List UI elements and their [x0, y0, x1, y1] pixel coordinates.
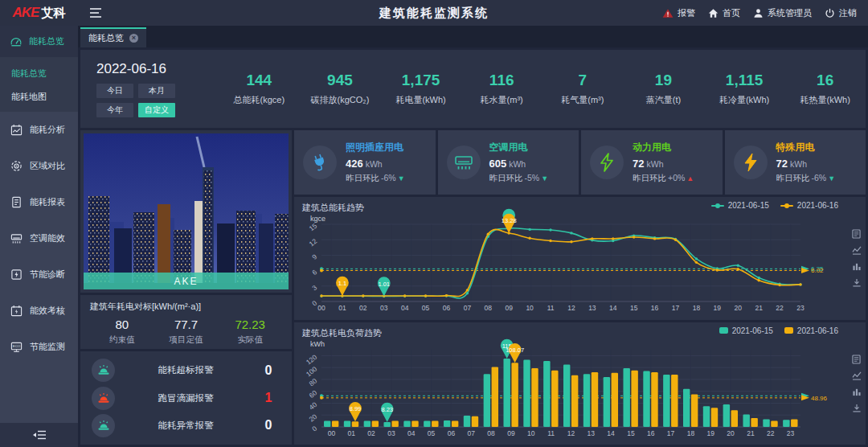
filter-button-year[interactable]: 今年 — [96, 103, 133, 117]
download-icon[interactable] — [852, 404, 862, 412]
sidebar-item-label: 能效考核 — [30, 305, 65, 317]
card-special: 特殊用电 72kWh 昨日环比-6%▼ — [725, 130, 866, 195]
sidebar-item-overview[interactable]: 能耗总览 — [0, 26, 78, 57]
svg-text:20: 20 — [735, 304, 743, 312]
svg-text:13.28: 13.28 — [502, 217, 517, 224]
siren-icon — [92, 387, 115, 410]
sidebar-subitem-overview[interactable]: 能耗总览 — [0, 62, 78, 85]
siren-icon — [92, 414, 115, 437]
sidebar-item-label: 能耗总览 — [29, 35, 64, 47]
chart-legend: 2021-06-152021-06-16 — [719, 326, 838, 335]
bolt-icon — [590, 146, 624, 179]
home-menu[interactable]: 首页 — [708, 7, 740, 19]
tab-energy-overview[interactable]: 能耗总览 × — [80, 27, 146, 47]
menu-toggle-icon[interactable] — [89, 7, 102, 18]
sidebar-item-monitoring[interactable]: ECO 节能监测 — [0, 329, 78, 365]
sidebar-item-hvac[interactable]: 空调能效 — [0, 220, 78, 256]
legend-label: 2021-06-16 — [797, 201, 838, 210]
svg-text:60: 60 — [308, 388, 319, 400]
legend-item[interactable]: 2021-06-16 — [780, 201, 838, 210]
legend-item[interactable]: 2021-06-15 — [711, 201, 769, 210]
trend-arrow-icon: ▲ — [686, 174, 694, 182]
card-title: 照明插座用电 — [346, 141, 405, 154]
legend-swatch — [784, 327, 793, 334]
svg-text:6.02: 6.02 — [811, 267, 824, 274]
svg-text:kWh: kWh — [310, 340, 325, 348]
svg-text:kgce: kgce — [310, 215, 326, 223]
svg-text:04: 04 — [407, 429, 416, 437]
svg-text:07: 07 — [464, 304, 472, 312]
alarm-menu[interactable]: 报警 — [662, 7, 695, 19]
card-value: 72 — [776, 158, 788, 170]
filter-button-today[interactable]: 今日 — [96, 84, 133, 98]
download-icon[interactable] — [852, 278, 862, 287]
svg-text:12: 12 — [567, 429, 575, 437]
compare-label: 昨日环比 — [489, 173, 523, 182]
svg-text:09: 09 — [507, 429, 515, 437]
line-chart-canvas: 03691215kgce0001020304050607080910111213… — [301, 215, 845, 314]
sidebar-subitem-map[interactable]: 能耗地图 — [0, 85, 78, 109]
logout-menu[interactable]: 注销 — [825, 7, 857, 19]
sidebar-item-analysis[interactable]: 能耗分析 — [0, 112, 78, 148]
card-lighting-socket: 照明插座用电 426kWh 昨日环比-6%▼ — [294, 130, 436, 195]
legend-item[interactable]: 2021-06-15 — [719, 326, 773, 335]
compare-label: 昨日环比 — [633, 173, 666, 182]
sidebar-item-assessment[interactable]: 能效考核 — [0, 293, 78, 329]
chart-legend: 2021-06-152021-06-16 — [711, 201, 838, 210]
svg-text:10: 10 — [527, 429, 535, 437]
card-value: 605 — [489, 158, 507, 170]
stat-total-energy: 144总能耗(kgce) — [219, 72, 300, 106]
svg-text:08: 08 — [485, 304, 493, 312]
bar-type-icon[interactable] — [852, 388, 862, 396]
sidebar-submenu: 能耗总览 能耗地图 — [0, 57, 78, 112]
sidebar-collapse-button[interactable] — [0, 423, 78, 447]
svg-text:02: 02 — [359, 304, 367, 312]
svg-text:12: 12 — [567, 304, 575, 312]
compare-delta: +0% — [668, 173, 685, 182]
line-type-icon[interactable] — [852, 246, 862, 255]
bolt-square-icon — [10, 269, 23, 281]
gauge-icon — [10, 35, 23, 47]
energy-trend-chart-panel: 建筑总能耗趋势 2021-06-152021-06-16 03691215kgc… — [294, 197, 866, 320]
svg-text:08: 08 — [487, 429, 495, 437]
svg-text:100: 100 — [305, 364, 319, 378]
warning-triangle-icon — [662, 8, 674, 18]
line-type-icon[interactable] — [852, 371, 862, 380]
user-menu[interactable]: 系统管理员 — [753, 7, 812, 19]
data-view-icon[interactable] — [852, 355, 861, 364]
svg-text:18: 18 — [687, 429, 695, 437]
benchmark-constraint: 80约束值 — [90, 318, 154, 346]
sidebar-item-compare[interactable]: 区域对比 — [0, 148, 78, 184]
benchmark-panel: 建筑年耗电对标[kWh/(m²·a)] 80约束值 77.7项目定值 72.23… — [80, 295, 292, 349]
header-menu: 报警 首页 系统管理员 注销 — [662, 7, 868, 19]
sidebar-item-report[interactable]: 能耗报表 — [0, 184, 78, 220]
sidebar-item-diagnosis[interactable]: 节能诊断 — [0, 256, 78, 293]
city-skyline-image — [84, 133, 289, 289]
filter-button-custom[interactable]: 自定义 — [138, 103, 175, 117]
legend-label: 2021-06-15 — [732, 326, 773, 335]
svg-text:06: 06 — [448, 429, 456, 437]
svg-text:21: 21 — [755, 304, 763, 312]
air-conditioner-icon — [447, 146, 481, 179]
logout-label: 注销 — [839, 7, 857, 19]
benchmark-title: 建筑年耗电对标[kWh/(m²·a)] — [90, 301, 282, 313]
card-value: 426 — [346, 158, 363, 170]
main-area: 能耗总览 × 2022-06-16 今日 本月 今年 自定义 144总能耗(kg… — [78, 26, 868, 447]
svg-text:00: 00 — [317, 304, 326, 312]
top-header: AKE 艾科 建筑能耗监测系统 报警 首页 系统管理员 注销 — [0, 0, 868, 26]
tab-close-icon[interactable]: × — [129, 34, 138, 43]
current-date: 2022-06-16 — [96, 61, 219, 77]
data-view-icon[interactable] — [852, 229, 861, 239]
svg-text:21: 21 — [747, 429, 755, 437]
bar-type-icon[interactable] — [852, 262, 862, 271]
legend-item[interactable]: 2021-06-16 — [784, 326, 838, 335]
svg-text:01: 01 — [338, 304, 346, 312]
svg-text:06: 06 — [443, 304, 451, 312]
sidebar-item-label: 空调能效 — [30, 232, 65, 244]
filter-button-month[interactable]: 本月 — [138, 84, 175, 98]
svg-text:18: 18 — [693, 304, 701, 312]
card-unit: kWh — [790, 159, 807, 169]
right-column: 照明插座用电 426kWh 昨日环比-6%▼ 空调用电 605kW — [294, 130, 866, 445]
card-air-conditioning: 空调用电 605kWh 昨日环比-5%▼ — [438, 130, 579, 195]
svg-text:11: 11 — [547, 304, 555, 312]
